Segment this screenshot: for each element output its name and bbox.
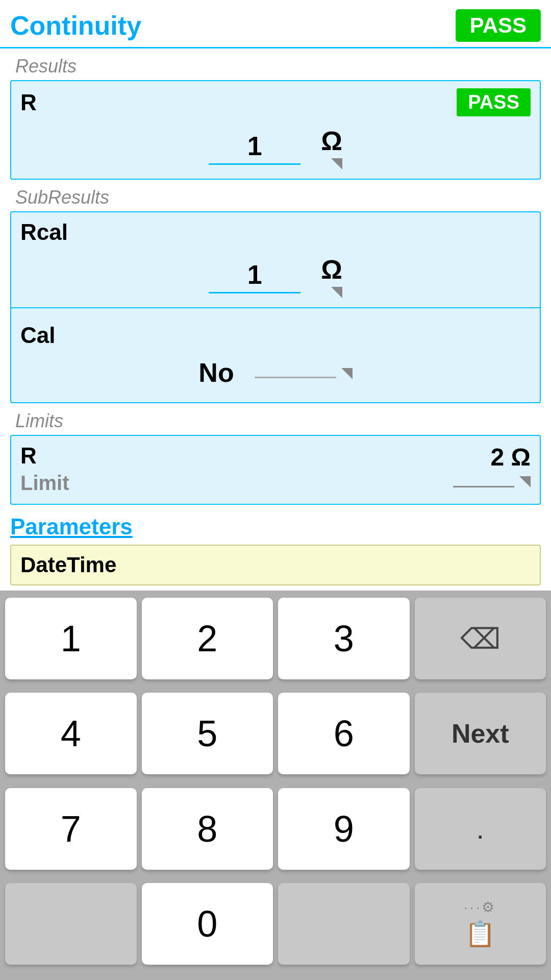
key-7[interactable]: 7 — [5, 788, 137, 870]
limits-dropdown-arrow[interactable] — [519, 476, 531, 487]
cal-value: No — [198, 357, 234, 388]
results-dropdown-arrow[interactable] — [331, 158, 342, 169]
key-8[interactable]: 8 — [142, 788, 273, 870]
key-2[interactable]: 2 — [142, 598, 273, 679]
numpad: 1 2 3 ⌫ 4 5 6 Next 7 8 9 . 0 ···⚙ 📋 — [0, 591, 551, 980]
datetime-label: DateTime — [20, 553, 116, 577]
key-empty-right — [278, 883, 410, 965]
rcal-label: Rcal — [20, 219, 68, 245]
parameters-section: Parameters DateTime — [0, 505, 551, 585]
rcal-value-box: 1 — [209, 259, 300, 293]
rcal-unit: Ω — [321, 254, 342, 285]
limits-card: R Limit 2 Ω — [10, 435, 541, 505]
key-1[interactable]: 1 — [5, 598, 137, 679]
header-pass-badge: PASS — [456, 9, 541, 42]
results-section: Results R PASS 1 Ω — [0, 48, 551, 180]
results-r-label: R — [20, 90, 37, 115]
results-card: R PASS 1 Ω — [10, 80, 541, 180]
parameters-title[interactable]: Parameters — [10, 514, 541, 540]
cal-label: Cal — [20, 323, 55, 348]
rcal-underline — [209, 292, 300, 293]
results-underline — [209, 163, 300, 165]
subresults-section: SubResults Rcal 1 Ω — [0, 180, 551, 403]
results-value-box: 1 — [209, 131, 300, 165]
cal-row: Cal No — [11, 308, 540, 402]
header: Continuity PASS — [0, 0, 551, 48]
key-6[interactable]: 6 — [278, 693, 410, 774]
settings-dots-icon: ···⚙ — [464, 899, 496, 916]
limits-right: 2 Ω — [453, 443, 531, 487]
results-r-value: 1 — [247, 131, 262, 161]
key-5[interactable]: 5 — [142, 693, 273, 774]
limits-section: Limits R Limit 2 Ω — [0, 403, 551, 505]
limits-r-label: R — [20, 443, 69, 469]
limits-underline — [453, 486, 514, 487]
key-empty-left — [5, 883, 137, 965]
limits-limit-label: Limit — [20, 472, 69, 495]
next-key[interactable]: Next — [415, 693, 546, 774]
results-label: Results — [0, 48, 551, 80]
parameters-card: DateTime — [10, 545, 541, 585]
results-unit-box: Ω — [321, 126, 342, 169]
cal-dropdown-arrow[interactable] — [341, 368, 353, 379]
limits-value: 2 Ω — [490, 443, 531, 471]
subresults-label: SubResults — [0, 180, 551, 211]
rcal-row: Rcal 1 Ω — [11, 212, 540, 307]
settings-key[interactable]: ···⚙ 📋 — [415, 883, 546, 965]
backspace-icon: ⌫ — [460, 622, 500, 655]
results-unit: Ω — [321, 126, 342, 156]
rcal-dropdown-arrow[interactable] — [331, 287, 342, 298]
rcal-value: 1 — [247, 259, 262, 290]
dot-key[interactable]: . — [415, 788, 546, 870]
key-0[interactable]: 0 — [142, 883, 273, 965]
limits-label: Limits — [0, 403, 551, 435]
cal-value-box: No — [198, 357, 234, 388]
limits-left: R Limit — [20, 443, 69, 495]
rcal-unit-box: Ω — [321, 254, 342, 298]
results-pass-badge: PASS — [457, 88, 531, 116]
key-4[interactable]: 4 — [5, 693, 137, 774]
key-3[interactable]: 3 — [278, 598, 410, 679]
subresults-card: Rcal 1 Ω Cal — [10, 211, 541, 403]
key-9[interactable]: 9 — [278, 788, 410, 870]
settings-doc-icon: 📋 — [465, 920, 495, 948]
backspace-key[interactable]: ⌫ — [415, 598, 546, 679]
page-title: Continuity — [10, 10, 141, 41]
